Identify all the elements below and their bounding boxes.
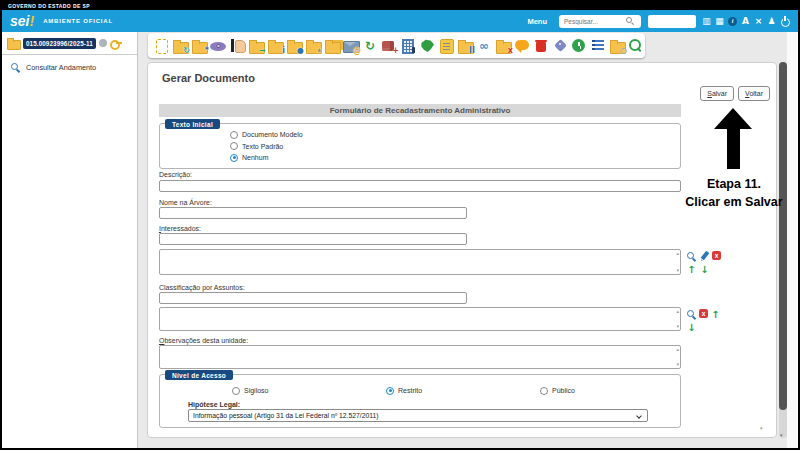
module-grid-icon[interactable]: ▥ [702, 16, 711, 26]
descricao-input[interactable] [159, 180, 681, 192]
nome-arvore-input[interactable] [159, 207, 467, 219]
comment-icon[interactable] [514, 38, 530, 53]
favorites-folder-icon[interactable]: ★ [305, 38, 321, 53]
sei-logo[interactable]: sei! [10, 14, 34, 28]
scroll-down-icon[interactable]: ▾ [676, 268, 679, 273]
back-button[interactable]: Voltar [738, 86, 770, 101]
unit-selector[interactable] [648, 15, 696, 28]
sei-logo-bang: ! [29, 13, 34, 29]
brazil-map-icon[interactable] [419, 38, 435, 53]
building-user-icon[interactable] [400, 38, 416, 53]
menu-button[interactable]: Menu [527, 17, 547, 26]
credentials-key-icon[interactable] [110, 39, 123, 48]
government-label: GOVERNO DO ESTADO DE SP [8, 3, 90, 9]
link-icon[interactable]: ∞ [476, 38, 492, 53]
process-options-icon[interactable] [99, 39, 107, 47]
interessados-listbox[interactable]: ▴ ▾ [159, 249, 681, 275]
radio-documento-modelo[interactable]: Documento Modelo [230, 130, 303, 139]
clock-icon[interactable] [571, 38, 587, 53]
toolbar: ↻*→i●★@↻+II∞x○ [148, 33, 645, 58]
hipotese-legal-select[interactable]: Informação pessoal (Artigo 31 da Lei Fed… [188, 409, 648, 422]
pause-process-icon[interactable]: II [457, 38, 473, 53]
scroll-up-icon[interactable]: ▴ [676, 347, 679, 352]
process-number[interactable]: 015.00923996/2025-11 [23, 38, 96, 49]
radio-label: Sigiloso [244, 387, 269, 394]
panel-scroll-down-icon[interactable]: ▾ [760, 425, 763, 431]
remove-interessados-icon[interactable]: x [712, 251, 721, 260]
credential-badge-icon[interactable] [438, 38, 454, 53]
search-assunto-icon[interactable] [686, 309, 697, 320]
folder-config-icon[interactable]: * [191, 38, 207, 53]
user-icon[interactable]: ♟ [767, 16, 776, 26]
radio-restrito[interactable]: Restrito [386, 386, 422, 395]
page-title: Gerar Documento [162, 72, 255, 84]
scroll-up-icon[interactable]: ▴ [676, 309, 679, 314]
button-row: Salvar Voltar [700, 86, 770, 101]
remove-assunto-icon[interactable]: x [699, 309, 708, 318]
scroll-up-icon[interactable]: ▴ [676, 251, 679, 256]
move-up-icon[interactable]: ↑ [710, 309, 721, 320]
scrollbar-thumb[interactable] [779, 62, 787, 410]
tag-icon[interactable] [552, 38, 568, 53]
process-folder-icon[interactable] [7, 37, 20, 49]
move-down-icon[interactable]: ↓ [699, 264, 710, 275]
edit-interessados-icon[interactable] [699, 251, 710, 262]
list-icon[interactable] [590, 38, 606, 53]
observacoes-textarea[interactable]: ▴ ▾ [159, 345, 681, 369]
radio-texto-padrao[interactable]: Texto Padrão [230, 142, 303, 151]
eye-view-icon[interactable] [210, 38, 226, 53]
close-icon[interactable]: × [754, 16, 763, 26]
radio-publico[interactable]: Público [540, 386, 575, 395]
mail-icon[interactable]: @ [343, 38, 359, 53]
radio-circle-checked[interactable] [230, 154, 238, 162]
move-up-icon[interactable]: ↑ [686, 264, 697, 275]
scroll-down-icon[interactable]: ▾ [780, 433, 783, 438]
trash-icon[interactable] [533, 38, 549, 53]
info-icon[interactable]: i [728, 17, 737, 26]
new-document-icon[interactable] [153, 38, 169, 53]
zoom-search-icon[interactable] [628, 38, 644, 53]
radio-circle-checked[interactable] [386, 387, 394, 395]
radio-nenhum[interactable]: Nenhum [230, 153, 303, 162]
keyboard-icon[interactable]: ▦ [715, 16, 724, 26]
search-interessados-icon[interactable] [686, 251, 697, 262]
interessados-label: Interessados: [159, 225, 201, 232]
refresh-icon[interactable]: ↻ [362, 38, 378, 53]
content-panel: Gerar Documento Salvar Voltar Formulário… [147, 62, 777, 438]
classificacao-listbox[interactable]: ▴ ▾ [159, 307, 681, 331]
exclude-folder-icon[interactable]: x [495, 38, 511, 53]
nivel-acesso-fieldset: Nível de Acesso Sigiloso Restrito Públic… [159, 374, 681, 428]
folder-search-icon[interactable]: ○ [609, 38, 625, 53]
browser-viewport: GOVERNO DO ESTADO DE SP sei! AMBIENTE OF… [2, 2, 798, 448]
scroll-down-icon[interactable]: ▾ [676, 362, 679, 367]
search-box[interactable] [559, 15, 641, 28]
radio-circle[interactable] [230, 142, 238, 150]
search-icon[interactable] [625, 16, 635, 26]
radio-label: Documento Modelo [242, 131, 303, 138]
assign-process-icon[interactable]: ● [286, 38, 302, 53]
folders-stack-icon[interactable] [324, 38, 340, 53]
main-scrollbar[interactable]: ▾ [779, 62, 787, 438]
classificacao-actions: x↑↓ [686, 309, 726, 333]
scroll-down-icon[interactable]: ▾ [676, 324, 679, 329]
sidebar-item-consultar-andamento[interactable]: Consultar Andamento [2, 55, 137, 73]
save-button[interactable]: Salvar [700, 86, 734, 101]
thumbs-up-icon[interactable] [229, 38, 245, 53]
move-down-icon[interactable]: ↓ [686, 322, 697, 333]
radio-circle[interactable] [230, 131, 238, 139]
classificacao-input[interactable] [159, 292, 467, 304]
folder-refresh-icon[interactable]: ↻ [172, 38, 188, 53]
interessados-input[interactable] [159, 233, 467, 245]
annotation-text: Etapa 11. Clicar em Salvar [666, 175, 798, 211]
send-process-icon[interactable]: → [248, 38, 264, 53]
chevron-down-icon [636, 413, 642, 419]
font-size-icon[interactable]: A [741, 16, 750, 26]
power-icon[interactable] [780, 16, 790, 26]
annotation-line1: Etapa 11. [666, 175, 798, 193]
blocks-add-icon[interactable]: + [381, 38, 397, 53]
radio-sigiloso[interactable]: Sigiloso [232, 386, 269, 395]
folder-info-icon[interactable]: i [267, 38, 283, 53]
radio-circle[interactable] [232, 387, 240, 395]
radio-circle[interactable] [540, 387, 548, 395]
search-input[interactable] [559, 16, 625, 27]
